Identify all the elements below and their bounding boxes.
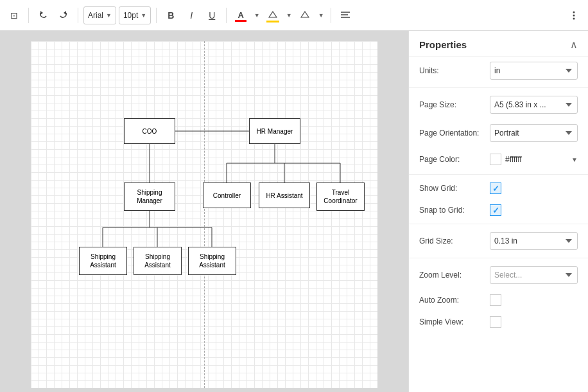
toolbar: ⊡ Arial ▼ 10pt ▼ B I U A ▼ ▼ ▼ <box>0 0 588 31</box>
underline-button[interactable]: U <box>203 6 221 24</box>
exit-button[interactable]: ⊡ <box>5 6 23 24</box>
zoom-level-control: Select... <box>490 266 578 284</box>
grid-size-control: 0.13 in <box>490 232 578 250</box>
font-color-icon: A <box>238 10 244 20</box>
font-size-label: 10pt <box>123 11 138 20</box>
auto-zoom-label: Auto Zoom: <box>419 296 490 305</box>
canvas-page: COO HR Manager ShippingManager Controlle… <box>31 41 377 388</box>
font-color-dropdown[interactable]: ▼ <box>252 6 261 24</box>
svg-marker-0 <box>40 11 43 15</box>
grid-size-row: Grid Size: 0.13 in <box>409 227 588 255</box>
snap-to-grid-row: Snap to Grid: ✓ <box>409 199 588 221</box>
divider-4 <box>226 8 227 23</box>
units-control: in <box>490 62 578 80</box>
font-size-chevron: ▼ <box>141 12 146 19</box>
text-align-button[interactable] <box>336 6 354 24</box>
svg-marker-2 <box>269 12 277 17</box>
units-select[interactable]: in <box>490 62 578 80</box>
page-dashed-divider <box>204 41 205 388</box>
units-label: Units: <box>419 66 490 75</box>
node-shipping1[interactable]: ShippingAssistant <box>79 247 127 275</box>
line-color-dropdown[interactable]: ▼ <box>316 6 325 24</box>
node-hr-manager[interactable]: HR Manager <box>249 118 300 144</box>
panel-header: Properties ∧ <box>409 31 588 57</box>
divider-2 <box>78 8 78 23</box>
auto-zoom-checkbox[interactable] <box>490 294 501 306</box>
node-shipping3[interactable]: ShippingAssistant <box>188 247 236 275</box>
page-color-row: Page Color: #ffffff ▼ <box>409 147 588 172</box>
page-size-control: A5 (5.83 in x ... <box>490 96 578 114</box>
font-family-label: Arial <box>88 11 103 20</box>
color-swatch-group: #ffffff ▼ <box>490 154 578 165</box>
font-color-button[interactable]: A <box>232 6 250 24</box>
undo-icon <box>38 10 48 21</box>
font-color-indicator <box>235 20 246 22</box>
simple-view-checkbox[interactable] <box>490 316 501 328</box>
page-orientation-select[interactable]: Portrait <box>490 124 578 142</box>
grid-size-select[interactable]: 0.13 in <box>490 232 578 250</box>
svg-marker-1 <box>64 11 66 15</box>
page-color-value: #ffffff <box>505 155 567 164</box>
divider-1 <box>28 8 29 23</box>
italic-button[interactable]: I <box>182 6 200 24</box>
svg-point-8 <box>573 14 575 16</box>
fill-color-button[interactable] <box>264 6 282 24</box>
page-orientation-label: Page Orientation: <box>419 129 490 138</box>
simple-view-row: Simple View: <box>409 311 588 333</box>
line-color-button[interactable] <box>296 6 314 24</box>
bold-button[interactable]: B <box>162 6 180 24</box>
undo-button[interactable] <box>34 6 52 24</box>
redo-button[interactable] <box>55 6 73 24</box>
show-grid-checkmark: ✓ <box>492 184 499 193</box>
page-color-swatch[interactable] <box>490 154 501 165</box>
divider-color <box>409 174 588 175</box>
zoom-level-label: Zoom Level: <box>419 271 490 280</box>
node-coo[interactable]: COO <box>124 118 175 144</box>
divider-units <box>409 87 588 88</box>
page-orientation-control: Portrait <box>490 124 578 142</box>
node-travel-coordinator[interactable]: TravelCoordinator <box>316 183 365 211</box>
font-size-selector[interactable]: 10pt ▼ <box>119 6 151 24</box>
node-shipping-manager[interactable]: ShippingManager <box>124 183 175 211</box>
snap-to-grid-checkmark: ✓ <box>492 206 499 215</box>
page-color-label: Page Color: <box>419 155 490 164</box>
panel-title: Properties <box>419 39 467 50</box>
align-icon <box>340 11 350 20</box>
page-size-label: Page Size: <box>419 100 490 109</box>
fill-color-dropdown[interactable]: ▼ <box>284 6 293 24</box>
redo-icon <box>58 10 69 21</box>
canvas-area[interactable]: COO HR Manager ShippingManager Controlle… <box>0 31 408 392</box>
divider-gridsize <box>409 258 588 258</box>
show-grid-checkbox[interactable]: ✓ <box>490 183 501 194</box>
panel-collapse-button[interactable]: ∧ <box>570 39 578 51</box>
main-area: COO HR Manager ShippingManager Controlle… <box>0 31 588 392</box>
node-hr-assistant[interactable]: HR Assistant <box>259 183 310 208</box>
line-color-icon <box>300 11 309 20</box>
show-grid-label: Show Grid: <box>419 184 490 193</box>
svg-point-7 <box>573 11 575 13</box>
zoom-level-select[interactable]: Select... <box>490 266 578 284</box>
snap-to-grid-label: Snap to Grid: <box>419 206 490 215</box>
node-shipping2[interactable]: ShippingAssistant <box>134 247 182 275</box>
fill-color-icon <box>268 11 277 20</box>
node-controller[interactable]: Controller <box>203 183 251 208</box>
divider-5 <box>331 8 331 23</box>
more-options-button[interactable] <box>565 6 583 24</box>
font-family-chevron: ▼ <box>106 12 112 19</box>
auto-zoom-row: Auto Zoom: <box>409 289 588 311</box>
zoom-level-row: Zoom Level: Select... <box>409 261 588 289</box>
units-row: Units: in <box>409 57 588 85</box>
grid-size-label: Grid Size: <box>419 236 490 245</box>
snap-to-grid-checkbox[interactable]: ✓ <box>490 204 501 216</box>
page-size-select[interactable]: A5 (5.83 in x ... <box>490 96 578 114</box>
page-orientation-row: Page Orientation: Portrait <box>409 119 588 147</box>
fill-color-indicator <box>266 21 279 22</box>
properties-panel: Properties ∧ Units: in Page Size: A5 (5.… <box>408 31 588 392</box>
show-grid-row: Show Grid: ✓ <box>409 177 588 199</box>
page-size-row: Page Size: A5 (5.83 in x ... <box>409 91 588 119</box>
divider-3 <box>156 8 157 23</box>
svg-point-9 <box>573 17 575 19</box>
page-color-control: #ffffff ▼ <box>490 154 578 165</box>
page-color-dropdown[interactable]: ▼ <box>571 156 578 163</box>
font-family-selector[interactable]: Arial ▼ <box>83 6 116 24</box>
